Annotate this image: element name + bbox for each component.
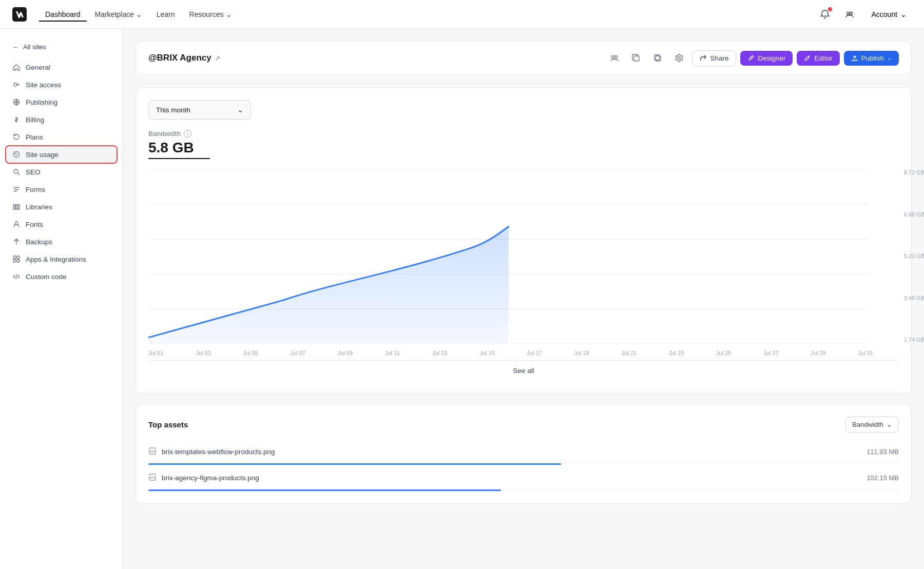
editor-button[interactable]: Editor	[797, 51, 839, 66]
account-button[interactable]: Account ⌄	[866, 7, 912, 22]
back-label: All sites	[23, 43, 46, 51]
chevron-down-icon: ⌄	[226, 10, 232, 18]
x-label: Jul 01	[148, 350, 163, 356]
apps-icon	[12, 255, 21, 263]
svg-rect-26	[149, 448, 156, 454]
nav-resources[interactable]: Resources ⌄	[183, 7, 238, 22]
sidebar-item-forms[interactable]: Forms	[6, 181, 117, 198]
bandwidth-chart: 8.72 GB 6.98 GB 5.23 GB 3.49 GB 1.74 GB	[148, 169, 899, 344]
sidebar-label-billing: Billing	[26, 116, 44, 124]
editor-label: Editor	[814, 54, 832, 62]
forms-icon	[12, 185, 21, 193]
y-label-5: 1.74 GB	[904, 337, 924, 343]
x-label: Jul 19	[574, 350, 589, 356]
info-icon: i	[184, 130, 191, 138]
header-actions: Share Designer Editor Publish ⌄	[606, 50, 899, 66]
notification-badge	[828, 7, 832, 11]
top-assets-title: Top assets	[148, 420, 188, 429]
bandwidth-label: Bandwidth i	[148, 130, 899, 138]
sidebar-item-seo[interactable]: SEO	[6, 164, 117, 180]
gauge-icon	[12, 150, 21, 159]
nav-right-actions: Account ⌄	[817, 6, 912, 23]
x-label: Jul 07	[291, 350, 305, 356]
sidebar-label-publishing: Publishing	[26, 99, 57, 106]
svg-rect-17	[634, 56, 639, 61]
designer-button[interactable]: Designer	[740, 51, 793, 66]
team-sync-button[interactable]	[606, 50, 623, 66]
x-label: Jul 11	[385, 350, 400, 356]
bandwidth-underline	[148, 158, 210, 159]
svg-rect-14	[17, 260, 20, 262]
logo[interactable]	[12, 7, 27, 22]
svg-point-7	[14, 169, 18, 173]
sidebar-label-seo: SEO	[26, 168, 41, 176]
x-label: Jul 17	[527, 350, 542, 356]
page-header: @BRIX Agency ↗ Share	[136, 41, 912, 75]
chevron-down-icon: ⌄	[237, 106, 243, 114]
image-file-icon	[148, 447, 157, 457]
time-filter-dropdown[interactable]: This month ⌄	[148, 100, 251, 120]
y-label-3: 5.23 GB	[904, 253, 924, 259]
svg-rect-13	[13, 260, 16, 262]
chart-svg	[148, 169, 899, 344]
share-button[interactable]: Share	[692, 50, 736, 66]
svg-point-2	[850, 12, 853, 14]
globe-icon	[12, 98, 21, 106]
time-filter-selected: This month	[156, 106, 190, 114]
see-all-link[interactable]: See all	[148, 360, 899, 381]
assets-filter-dropdown[interactable]: Bandwidth ⌄	[845, 417, 899, 433]
publish-button[interactable]: Publish ⌄	[844, 51, 899, 66]
sidebar-item-libraries[interactable]: Libraries	[6, 199, 117, 215]
sidebar-item-billing[interactable]: Billing	[6, 111, 117, 128]
asset-row: brix-templates-webflow-products.png 111.…	[148, 441, 899, 463]
external-link-icon: ↗	[215, 54, 220, 62]
team-button[interactable]	[841, 6, 858, 23]
back-to-all-sites[interactable]: ← All sites	[6, 39, 117, 55]
sidebar-item-backups[interactable]: Backups	[6, 233, 117, 250]
nav-links: Dashboard Marketplace ⌄ Learn Resources …	[39, 7, 817, 22]
x-label: Jul 29	[811, 350, 825, 356]
page-title: @BRIX Agency ↗	[148, 53, 220, 63]
sidebar-label-custom-code: Custom code	[26, 273, 67, 281]
copy-button[interactable]	[649, 50, 666, 66]
asset-bar-2	[148, 489, 501, 491]
nav-learn[interactable]: Learn	[150, 7, 181, 22]
x-axis-labels: Jul 01 Jul 03 Jul 05 Jul 07 Jul 09 Jul 1…	[148, 350, 873, 356]
main-layout: ← All sites General Site access Publishi…	[0, 29, 924, 569]
main-content: @BRIX Agency ↗ Share	[123, 29, 924, 569]
svg-point-6	[16, 154, 17, 155]
sidebar-item-general[interactable]: General	[6, 59, 117, 75]
sidebar-item-site-usage[interactable]: Site usage	[6, 146, 117, 163]
asset-filename-1: brix-templates-webflow-products.png	[162, 448, 275, 456]
notifications-button[interactable]	[817, 6, 833, 23]
nav-dashboard[interactable]: Dashboard	[39, 7, 87, 22]
asset-name-1: brix-templates-webflow-products.png	[148, 447, 275, 457]
sidebar-label-apps: Apps & Integrations	[26, 256, 86, 263]
x-label: Jul 31	[858, 350, 873, 356]
publish-label: Publish	[861, 54, 884, 62]
settings-button[interactable]	[670, 50, 688, 66]
assets-filter-label: Bandwidth	[852, 421, 883, 428]
sidebar-item-apps[interactable]: Apps & Integrations	[6, 251, 117, 267]
nav-marketplace[interactable]: Marketplace ⌄	[89, 7, 148, 22]
asset-name-2: brix-agency-figma-products.png	[148, 473, 259, 483]
sidebar-item-site-access[interactable]: Site access	[6, 76, 117, 93]
sidebar-label-forms: Forms	[26, 186, 45, 193]
y-label-1: 8.72 GB	[904, 169, 924, 175]
backups-icon	[12, 238, 21, 246]
sidebar: ← All sites General Site access Publishi…	[0, 29, 123, 569]
sidebar-item-publishing[interactable]: Publishing	[6, 94, 117, 110]
account-label: Account	[871, 10, 897, 18]
duplicate-button[interactable]	[627, 50, 645, 66]
sidebar-item-custom-code[interactable]: Custom code	[6, 268, 117, 285]
sidebar-item-plans[interactable]: Plans	[6, 129, 117, 145]
sidebar-label-fonts: Fonts	[26, 221, 43, 228]
svg-rect-11	[13, 256, 16, 259]
share-label: Share	[710, 54, 728, 62]
sidebar-item-fonts[interactable]: Fonts	[6, 216, 117, 232]
sidebar-label-plans: Plans	[26, 133, 43, 141]
x-label: Jul 09	[338, 350, 353, 356]
libraries-icon	[12, 203, 21, 211]
search-icon	[12, 168, 21, 176]
x-label: Jul 27	[763, 350, 778, 356]
